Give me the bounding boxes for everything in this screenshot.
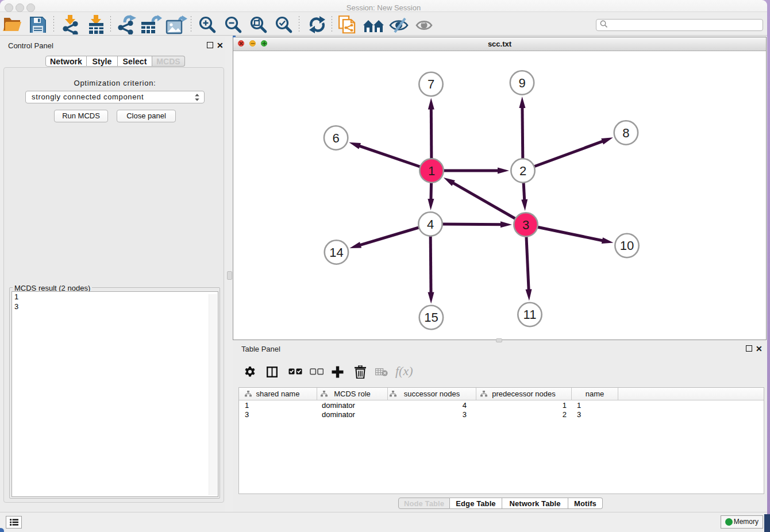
- svg-text:10: 10: [620, 238, 634, 253]
- svg-text:14: 14: [329, 245, 343, 260]
- svg-text:3: 3: [522, 218, 529, 232]
- svg-text:6: 6: [332, 131, 339, 145]
- svg-text:15: 15: [424, 310, 438, 325]
- svg-text:2: 2: [519, 164, 526, 178]
- svg-text:4: 4: [427, 217, 434, 232]
- svg-text:1: 1: [428, 164, 435, 178]
- svg-text:8: 8: [622, 126, 629, 140]
- svg-text:11: 11: [523, 307, 537, 322]
- svg-text:7: 7: [428, 77, 434, 91]
- svg-text:9: 9: [518, 76, 525, 90]
